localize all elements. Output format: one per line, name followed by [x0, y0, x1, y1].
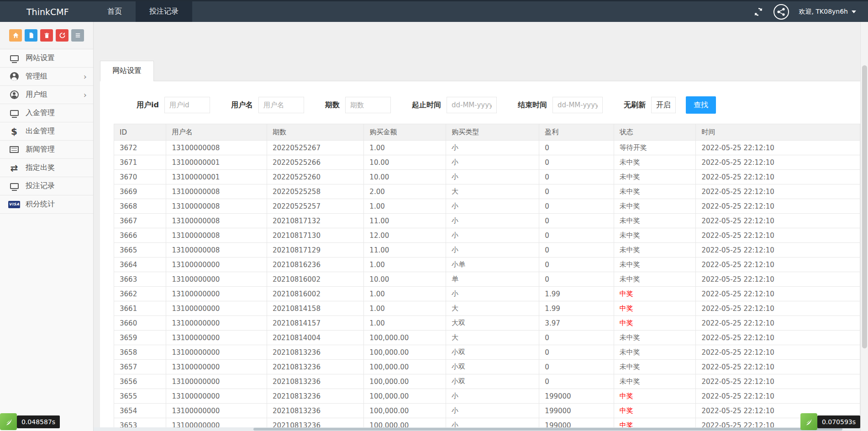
user-id-input[interactable] — [164, 97, 210, 113]
tab-site-settings[interactable]: 网站设置 — [100, 61, 154, 81]
trash-icon[interactable] — [40, 29, 53, 42]
cell-time: 2022-05-25 22:12:10 — [696, 287, 860, 301]
welcome-text: 欢迎, TK08yn6h — [799, 8, 848, 16]
sidebar-toolbar — [0, 22, 93, 49]
table-row: 3657 13100000000 20210813236 100,000.00 … — [114, 360, 860, 374]
cell-amount: 12.00 — [364, 228, 446, 243]
cell-username: 13100000008 — [166, 243, 267, 258]
cell-time: 2022-05-25 22:12:10 — [696, 228, 860, 243]
sidebar-item-label: 新闻管理 — [26, 145, 87, 154]
sidebar-item[interactable]: 积分统计 — [0, 195, 93, 214]
user-menu[interactable]: 欢迎, TK08yn6h — [799, 8, 856, 16]
exec-time-badge-left: 0.048587s — [0, 413, 60, 430]
cell-username: 13100000000 — [166, 331, 267, 345]
sidebar-item[interactable]: 入金管理 — [0, 104, 93, 122]
cell-time: 2022-05-25 22:12:10 — [696, 301, 860, 316]
cell-time: 2022-05-25 22:12:10 — [696, 155, 860, 170]
search-button[interactable]: 查找 — [686, 96, 716, 114]
sidebar-item[interactable]: 网站设置 — [0, 49, 93, 68]
sidebar-item-label: 积分统计 — [26, 200, 87, 209]
cell-username: 13100000000 — [166, 272, 267, 287]
filter-bar: 用户id 用户名 期数 起止时间 结束时间 无刷新 开启 — [100, 81, 860, 124]
cell-period: 20210816002 — [267, 287, 363, 301]
recycle-icon[interactable] — [56, 29, 68, 42]
cell-username: 13100000008 — [166, 141, 267, 155]
no-refresh-label: 无刷新 — [624, 100, 646, 110]
monitor-icon — [8, 108, 20, 118]
nav-tab[interactable]: 首页 — [94, 1, 136, 22]
cell-id: 3667 — [114, 214, 166, 228]
sidebar-item[interactable]: 投注记录 — [0, 177, 93, 195]
table-row: 3664 13100000000 20210816236 1.00 小单 0 未… — [114, 258, 860, 272]
content-panel: 用户id 用户名 期数 起止时间 结束时间 无刷新 开启 — [100, 81, 860, 431]
period-input[interactable] — [345, 97, 391, 113]
cell-status: 未中奖 — [614, 243, 696, 258]
table-row: 3669 13100000008 20220525258 2.00 大 0 未中… — [114, 184, 860, 199]
vertical-scrollbar-thumb[interactable] — [862, 65, 867, 348]
cell-time: 2022-05-25 22:12:10 — [696, 258, 860, 272]
cell-id: 3662 — [114, 287, 166, 301]
user-group-icon — [8, 90, 20, 100]
no-refresh-select[interactable]: 开启 — [651, 97, 676, 113]
cell-type: 小双 — [446, 345, 539, 360]
cell-id: 3655 — [114, 389, 166, 404]
nav-tab[interactable]: 投注记录 — [136, 1, 192, 22]
sidebar-item[interactable]: 用户组 › — [0, 86, 93, 104]
sidebar-item-label: 网站设置 — [26, 53, 87, 63]
cell-id: 3663 — [114, 272, 166, 287]
cell-status: 未中奖 — [614, 170, 696, 184]
cell-amount: 100,000.00 — [364, 345, 446, 360]
cell-amount: 100,000.00 — [364, 389, 446, 404]
sidebar-item-label: 管理组 — [26, 72, 78, 81]
cell-username: 13100000000 — [166, 345, 267, 360]
monitor-icon — [8, 181, 20, 191]
cell-time: 2022-05-25 22:12:10 — [696, 345, 860, 360]
sidebar-item[interactable]: 管理组 › — [0, 68, 93, 86]
username-input[interactable] — [258, 97, 304, 113]
cell-type: 大 — [446, 184, 539, 199]
cell-username: 13100000000 — [166, 374, 267, 389]
table-row: 3654 13100000000 20210813236 100,000.00 … — [114, 404, 860, 418]
home-icon[interactable] — [9, 29, 22, 42]
chevron-right-icon: › — [84, 72, 87, 81]
table-row: 3668 13100000008 20220525257 1.00 小 0 未中… — [114, 199, 860, 214]
start-date-input[interactable] — [447, 97, 497, 113]
cell-time: 2022-05-25 22:12:10 — [696, 184, 860, 199]
cell-id: 3659 — [114, 331, 166, 345]
cell-amount: 100,000.00 — [364, 404, 446, 418]
cell-id: 3670 — [114, 170, 166, 184]
horizontal-scrollbar-thumb[interactable] — [253, 428, 842, 431]
cell-time: 2022-05-25 22:12:10 — [696, 331, 860, 345]
cell-username: 13100000008 — [166, 228, 267, 243]
cell-amount: 10.00 — [364, 170, 446, 184]
sidebar-item-label: 用户组 — [26, 90, 78, 100]
cell-status: 未中奖 — [614, 228, 696, 243]
exchange-icon — [8, 163, 20, 173]
table-row: 3666 13100000008 20210817130 12.00 小 0 未… — [114, 228, 860, 243]
cell-profit: 0 — [539, 170, 614, 184]
sidebar-item-label: 入金管理 — [26, 108, 87, 118]
refresh-icon[interactable] — [753, 7, 763, 17]
sidebar-item[interactable]: 新闻管理 — [0, 141, 93, 159]
brand-logo[interactable]: ThinkCMF — [0, 1, 94, 22]
avatar[interactable] — [773, 4, 789, 20]
cell-status: 未中奖 — [614, 360, 696, 374]
new-file-icon[interactable] — [25, 29, 37, 42]
cell-status: 未中奖 — [614, 214, 696, 228]
cell-type: 小 — [446, 141, 539, 155]
cell-amount: 1.00 — [364, 258, 446, 272]
sidebar-item[interactable]: 出金管理 — [0, 122, 93, 141]
column-header: ID — [114, 124, 166, 141]
list-icon[interactable] — [71, 29, 84, 42]
exec-time-badge-right: 0.070593s — [800, 413, 860, 430]
sidebar-item[interactable]: 指定出奖 — [0, 159, 93, 177]
table-row: 3661 13100000000 20210814158 1.00 大 1.99… — [114, 301, 860, 316]
cell-period: 20210813236 — [267, 389, 363, 404]
horizontal-scrollbar — [94, 427, 860, 431]
cell-period: 20210814157 — [267, 316, 363, 331]
end-date-input[interactable] — [552, 97, 603, 113]
cell-status: 未中奖 — [614, 345, 696, 360]
cell-username: 13100000000 — [166, 389, 267, 404]
cell-username: 13100000000 — [166, 258, 267, 272]
newspaper-icon — [8, 145, 20, 155]
